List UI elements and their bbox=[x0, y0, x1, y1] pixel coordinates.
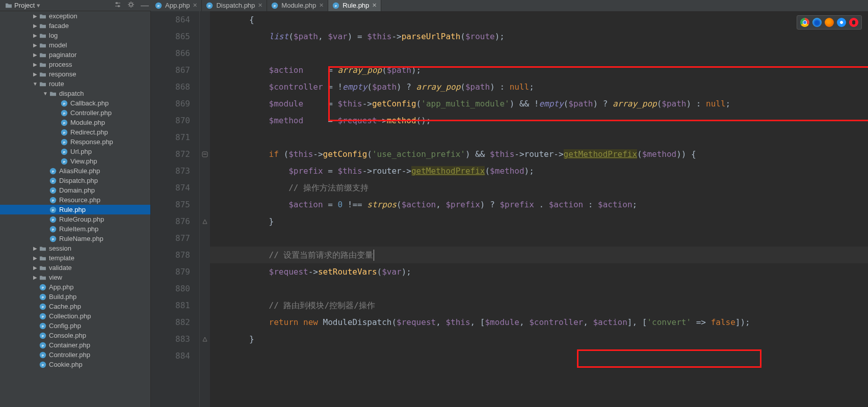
tree-folder-route[interactable]: ▼route bbox=[0, 79, 150, 89]
tree-file-console-php[interactable]: ▶Console.php bbox=[0, 331, 150, 340]
chevron-down-icon[interactable]: ▼ bbox=[32, 81, 39, 87]
chevron-right-icon[interactable]: ▶ bbox=[32, 23, 39, 29]
php-file-icon bbox=[39, 313, 47, 320]
tree-folder-validate[interactable]: ▶validate bbox=[0, 263, 150, 273]
code-line[interactable]: } bbox=[210, 213, 868, 230]
code-line[interactable] bbox=[210, 45, 868, 62]
tree-folder-template[interactable]: ▶template bbox=[0, 253, 150, 263]
tree-folder-process[interactable]: ▶process bbox=[0, 60, 150, 69]
chevron-right-icon[interactable]: ▶ bbox=[32, 62, 39, 67]
editor-tab-module-php[interactable]: Module.php✕ bbox=[267, 0, 328, 11]
code-line[interactable] bbox=[210, 280, 868, 297]
chevron-right-icon[interactable]: ▶ bbox=[32, 33, 39, 38]
fold-mark[interactable] bbox=[202, 213, 208, 230]
code-line[interactable]: // 操作方法前缀支持 bbox=[210, 179, 868, 196]
firefox-icon[interactable] bbox=[825, 18, 834, 27]
fold-mark[interactable] bbox=[202, 146, 208, 162]
code-line[interactable]: $action = array_pop($path); bbox=[210, 62, 868, 78]
chevron-right-icon[interactable]: ▶ bbox=[32, 42, 39, 48]
tree-file-resource-php[interactable]: ▶Resource.php bbox=[0, 195, 150, 205]
close-icon[interactable]: ✕ bbox=[258, 2, 262, 9]
tree-item-label: Console.php bbox=[49, 332, 86, 339]
code-line[interactable]: $method = $request->method(); bbox=[210, 112, 868, 129]
tree-file-response-php[interactable]: ▶Response.php bbox=[0, 137, 150, 147]
tree-file-collection-php[interactable]: ▶Collection.php bbox=[0, 311, 150, 321]
chevron-right-icon[interactable]: ▶ bbox=[32, 13, 39, 19]
php-file-icon bbox=[60, 148, 68, 155]
code-line[interactable] bbox=[210, 347, 868, 364]
editor-tab-dispatch-php[interactable]: Dispatch.php✕ bbox=[202, 0, 267, 11]
chevron-right-icon[interactable]: ▶ bbox=[32, 246, 39, 251]
chevron-right-icon[interactable]: ▶ bbox=[32, 255, 39, 261]
code-line[interactable]: // 路由到模块/控制器/操作 bbox=[210, 297, 868, 314]
tree-folder-paginator[interactable]: ▶paginator bbox=[0, 50, 150, 60]
tree-file-cookie-php[interactable]: ▶Cookie.php bbox=[0, 360, 150, 369]
tree-file-rulegroup-php[interactable]: ▶RuleGroup.php bbox=[0, 214, 150, 224]
editor-tab-app-php[interactable]: App.php✕ bbox=[151, 0, 202, 11]
tree-file-view-php[interactable]: ▶View.php bbox=[0, 156, 150, 166]
tree-folder-response[interactable]: ▶response bbox=[0, 69, 150, 79]
tree-folder-view[interactable]: ▶view bbox=[0, 273, 150, 282]
line-number: 865 bbox=[151, 28, 190, 45]
edge-icon[interactable] bbox=[812, 18, 822, 27]
code-line[interactable]: list($path, $var) = $this->parseUrlPath(… bbox=[210, 28, 868, 45]
code-line[interactable]: $action = 0 !== strpos($action, $prefix)… bbox=[210, 196, 868, 213]
code-line[interactable]: { bbox=[210, 11, 868, 28]
chevron-right-icon[interactable]: ▶ bbox=[32, 275, 39, 280]
tree-folder-exception[interactable]: ▶exception bbox=[0, 11, 150, 21]
close-icon[interactable]: ✕ bbox=[193, 2, 197, 9]
code-line[interactable]: $controller = !empty($path) ? array_pop(… bbox=[210, 78, 868, 95]
tree-file-url-php[interactable]: ▶Url.php bbox=[0, 147, 150, 156]
tree-file-rulename-php[interactable]: ▶RuleName.php bbox=[0, 234, 150, 243]
opera-icon[interactable] bbox=[849, 18, 858, 27]
close-icon[interactable]: ✕ bbox=[319, 2, 324, 9]
chevron-right-icon[interactable]: ▶ bbox=[32, 265, 39, 270]
editor-tab-rule-php[interactable]: Rule.php✕ bbox=[328, 0, 381, 11]
fold-mark[interactable] bbox=[202, 331, 208, 347]
tree-file-config-php[interactable]: ▶Config.php bbox=[0, 321, 150, 331]
code-line[interactable] bbox=[210, 230, 868, 247]
code-line[interactable] bbox=[210, 129, 868, 146]
tree-file-cache-php[interactable]: ▶Cache.php bbox=[0, 302, 150, 311]
tree-file-controller-php[interactable]: ▶Controller.php bbox=[0, 108, 150, 118]
close-icon[interactable]: ✕ bbox=[372, 2, 377, 9]
tree-file-dispatch-php[interactable]: ▶Dispatch.php bbox=[0, 176, 150, 185]
code-line[interactable]: if ($this->getConfig('use_action_prefix'… bbox=[210, 146, 868, 162]
project-dropdown[interactable]: Project ▾ bbox=[2, 1, 43, 11]
minimize-icon[interactable]: — bbox=[139, 1, 151, 10]
chrome-icon[interactable] bbox=[800, 18, 809, 27]
code-line[interactable]: $module = $this->getConfig('app_multi_mo… bbox=[210, 95, 868, 112]
chevron-down-icon[interactable]: ▼ bbox=[42, 91, 49, 96]
tree-file-app-php[interactable]: ▶App.php bbox=[0, 282, 150, 292]
code-line[interactable]: } bbox=[210, 331, 868, 347]
tree-file-build-php[interactable]: ▶Build.php bbox=[0, 292, 150, 302]
tree-folder-model[interactable]: ▶model bbox=[0, 40, 150, 50]
tree-file-domain-php[interactable]: ▶Domain.php bbox=[0, 185, 150, 195]
chevron-right-icon[interactable]: ▶ bbox=[32, 52, 39, 58]
gear-icon[interactable] bbox=[125, 1, 137, 10]
tree-file-container-php[interactable]: ▶Container.php bbox=[0, 340, 150, 350]
code-area[interactable]: { list($path, $var) = $this->parseUrlPat… bbox=[210, 11, 868, 407]
php-file-icon bbox=[49, 197, 57, 204]
tree-file-ruleitem-php[interactable]: ▶RuleItem.php bbox=[0, 224, 150, 234]
safari-icon[interactable] bbox=[837, 18, 846, 27]
tree-folder-session[interactable]: ▶session bbox=[0, 243, 150, 253]
tree-folder-log[interactable]: ▶log bbox=[0, 31, 150, 40]
chevron-right-icon[interactable]: ▶ bbox=[32, 71, 39, 77]
tree-file-aliasrule-php[interactable]: ▶AliasRule.php bbox=[0, 166, 150, 176]
code-editor[interactable]: 8648658668678688698708718728738748758768… bbox=[151, 11, 868, 407]
tree-file-module-php[interactable]: ▶Module.php bbox=[0, 118, 150, 127]
tree-folder-dispatch[interactable]: ▼dispatch bbox=[0, 89, 150, 98]
tree-file-callback-php[interactable]: ▶Callback.php bbox=[0, 98, 150, 108]
code-line[interactable]: // 设置当前请求的路由变量 bbox=[210, 247, 868, 263]
code-line[interactable]: $prefix = $this->router->getMethodPrefix… bbox=[210, 162, 868, 179]
project-tree[interactable]: ▶exception▶facade▶log▶model▶paginator▶pr… bbox=[0, 11, 151, 407]
code-line[interactable]: return new ModuleDispatch($request, $thi… bbox=[210, 314, 868, 331]
tree-file-controller-php[interactable]: ▶Controller.php bbox=[0, 350, 150, 360]
settings-slider-icon[interactable] bbox=[112, 1, 123, 10]
tree-folder-facade[interactable]: ▶facade bbox=[0, 21, 150, 31]
tree-file-rule-php[interactable]: ▶Rule.php bbox=[0, 205, 150, 214]
line-number: 871 bbox=[151, 129, 190, 146]
tree-file-redirect-php[interactable]: ▶Redirect.php bbox=[0, 127, 150, 137]
code-line[interactable]: $request->setRouteVars($var); bbox=[210, 263, 868, 280]
